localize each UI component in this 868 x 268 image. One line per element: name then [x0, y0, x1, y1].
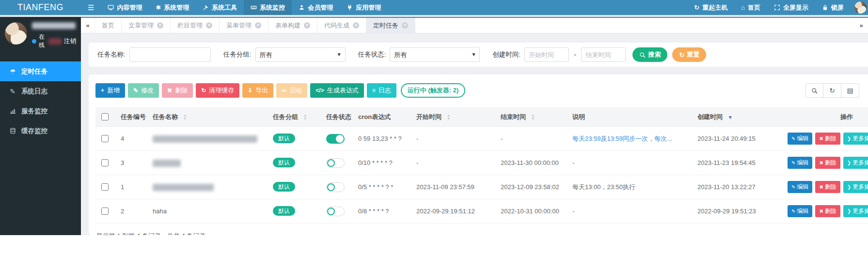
avatar[interactable] — [5, 22, 27, 45]
row-checkbox[interactable] — [101, 183, 109, 191]
more-actions-button[interactable]: ❯ 更多操作 — [843, 133, 868, 145]
note-text[interactable]: 每天23:59及13:59同步一次，每次... — [572, 135, 672, 142]
nav-menu-item-1[interactable]: 内容管理 — [101, 0, 149, 15]
tab-close-icon[interactable]: ✕ — [206, 22, 212, 29]
status-toggle[interactable] — [326, 134, 345, 144]
row-checkbox[interactable] — [101, 135, 109, 142]
times-icon: ✖ — [819, 208, 823, 214]
more-actions-button[interactable]: ❯ 更多操作 — [843, 181, 868, 193]
tab-3[interactable]: 栏目管理 ✕ — [171, 18, 220, 33]
brand-logo[interactable]: TIANFENG — [0, 0, 81, 15]
status-toggle[interactable] — [326, 182, 345, 192]
tab-close-icon[interactable]: ✕ — [304, 22, 310, 29]
toolbar-button-7[interactable]: </> 生成表达式 — [310, 83, 363, 98]
sort-icons[interactable]: ▲▼ — [447, 114, 451, 120]
nav-menu-item-5[interactable]: 会员管理 — [292, 0, 340, 15]
task-name-input[interactable] — [129, 47, 211, 62]
status-toggle[interactable] — [326, 158, 345, 168]
edit-icon: ✎ — [791, 184, 795, 190]
toolbar-button-4[interactable]: ↻ 清理缓存 — [196, 83, 239, 98]
tab-4[interactable]: 菜单管理 ✕ — [220, 18, 268, 33]
delete-button[interactable]: ✖ 删除 — [815, 133, 840, 145]
column-header-5[interactable]: 任务状态 — [322, 107, 354, 127]
edit-button[interactable]: ✎ 编辑 — [788, 133, 812, 145]
column-header-2[interactable]: 任务编号 — [117, 107, 149, 127]
group-badge: 默认 — [273, 158, 295, 167]
delete-button[interactable]: ✖ 删除 — [815, 181, 840, 193]
select-all-checkbox[interactable] — [101, 113, 109, 120]
nav-menu-item-2[interactable]: ✱ 系统管理 — [149, 0, 196, 15]
online-status-label: 在线 — [39, 33, 46, 49]
start-time-input[interactable] — [524, 47, 569, 62]
group-badge: 默认 — [273, 206, 295, 216]
nav-menu-item-6[interactable]: 应用管理 — [340, 0, 388, 15]
table-search-toggle-button[interactable] — [805, 83, 823, 98]
nav-right-item-1[interactable]: ↻ 重起主机 — [687, 3, 734, 12]
sidebar-toggle-button[interactable]: ☰ — [81, 0, 101, 15]
nav-menu-item-3[interactable]: 系统工具 — [196, 0, 244, 15]
sort-desc-icon[interactable]: ▼ — [728, 115, 733, 120]
toolbar-button-6[interactable]: ⇨ 启动 — [276, 83, 307, 98]
column-header-8[interactable]: 结束时间 ▲▼ — [497, 107, 568, 127]
more-actions-button[interactable]: ❯ 更多操作 — [843, 205, 868, 217]
toolbar-button-8[interactable]: ≡ 日志 — [367, 83, 396, 98]
toolbar-button-5[interactable]: ⇩ 导出 — [242, 83, 273, 98]
toolbar-button-3[interactable]: ✖ 删除 — [162, 83, 193, 98]
tab-7[interactable]: 定时任务 ✕ — [366, 18, 415, 33]
more-actions-button[interactable]: ❯ 更多操作 — [843, 157, 868, 169]
signin-icon: ⇨ — [282, 88, 286, 93]
table-columns-button[interactable]: ▤ — [841, 83, 859, 98]
row-checkbox[interactable] — [101, 159, 109, 166]
tabs-scroll-right-button[interactable]: » — [854, 18, 868, 33]
toolbar-button-1[interactable]: + 新增 — [95, 83, 125, 98]
row-checkbox[interactable] — [101, 208, 109, 215]
nav-right-item-4[interactable]: 锁屏 — [815, 3, 851, 12]
tab-close-icon[interactable]: ✕ — [353, 22, 359, 29]
sidebar-item-2[interactable]: ✎ 系统日志 — [0, 81, 81, 101]
column-header-9[interactable]: 说明 — [568, 107, 694, 127]
username-censored — [32, 22, 76, 29]
sidebar-item-3[interactable]: 服务监控 — [0, 101, 81, 121]
user-avatar[interactable] — [854, 1, 867, 14]
nav-right-item-3[interactable]: 全屏显示 — [767, 3, 815, 12]
tab-2[interactable]: 文章管理 ✕ — [122, 18, 171, 33]
task-group-select[interactable]: 所有 — [255, 47, 346, 62]
sidebar-item-4[interactable]: 缓存监控 — [0, 121, 81, 141]
edit-button[interactable]: ✎ 编辑 — [788, 205, 812, 217]
table-refresh-button[interactable]: ↻ — [823, 83, 841, 98]
nav-right-item-2[interactable]: ⌂ 首页 — [734, 3, 767, 12]
tab-close-icon[interactable]: ✕ — [157, 22, 163, 29]
sort-icons[interactable]: ▲▼ — [303, 114, 307, 120]
toolbar-button-2[interactable]: ✎ 修改 — [128, 83, 159, 98]
column-header-6[interactable]: cron表达式 — [354, 107, 412, 127]
end-time-input[interactable] — [581, 47, 626, 62]
table-row-3: 1 默认 0/5 * * * * ? * 2023-11-09 23:57:59… — [95, 175, 868, 199]
delete-button[interactable]: ✖ 删除 — [815, 157, 840, 169]
edit-button[interactable]: ✎ 编辑 — [788, 181, 812, 193]
tab-6[interactable]: 代码生成 ✕ — [317, 18, 366, 33]
tab-5[interactable]: 表单构建 ✕ — [268, 18, 317, 33]
tabs-scroll-left-button[interactable]: « — [81, 18, 95, 33]
sort-icons[interactable]: ▲▼ — [531, 114, 535, 120]
nav-menu-item-4[interactable]: 系统监控 — [244, 0, 292, 15]
reset-button[interactable]: ↻ 重置 — [672, 47, 706, 62]
download-icon: ⇩ — [248, 88, 253, 93]
sort-icons[interactable]: ▲▼ — [183, 114, 187, 120]
task-status-select[interactable]: 所有 — [390, 47, 480, 62]
column-header-4[interactable]: 任务分组 ▲▼ — [269, 107, 322, 127]
tab-close-icon[interactable]: ✕ — [402, 22, 408, 29]
column-header-10[interactable]: 创建时间 ▼ — [694, 107, 784, 127]
search-button[interactable]: 搜索 — [632, 47, 667, 62]
edit-button[interactable]: ✎ 编辑 — [788, 157, 812, 169]
tab-close-icon[interactable]: ✕ — [255, 22, 261, 29]
sidebar-item-1[interactable]: ☂ 定时任务 — [0, 61, 81, 81]
delete-button[interactable]: ✖ 删除 — [815, 205, 840, 217]
task-id-cell: 3 — [117, 151, 149, 175]
column-header-3[interactable]: 任务名称 ▲▼ — [149, 107, 269, 127]
status-toggle[interactable] — [326, 207, 345, 216]
tab-1[interactable]: 首页 — [95, 18, 122, 33]
column-header-11[interactable]: 操作 — [784, 107, 868, 127]
logout-link[interactable]: 注销 — [64, 37, 76, 45]
select-all-header[interactable] — [95, 107, 117, 127]
column-header-7[interactable]: 开始时间 ▲▼ — [412, 107, 497, 127]
